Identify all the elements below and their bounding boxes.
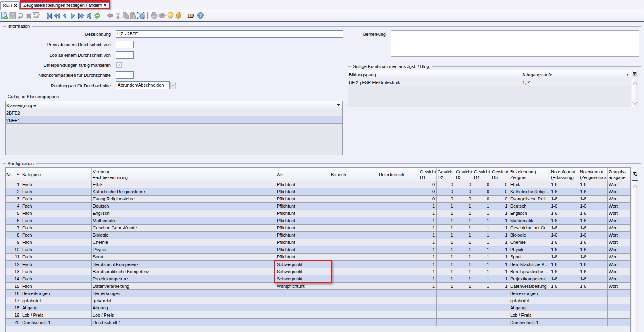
svg-text:?: ? <box>199 13 202 18</box>
